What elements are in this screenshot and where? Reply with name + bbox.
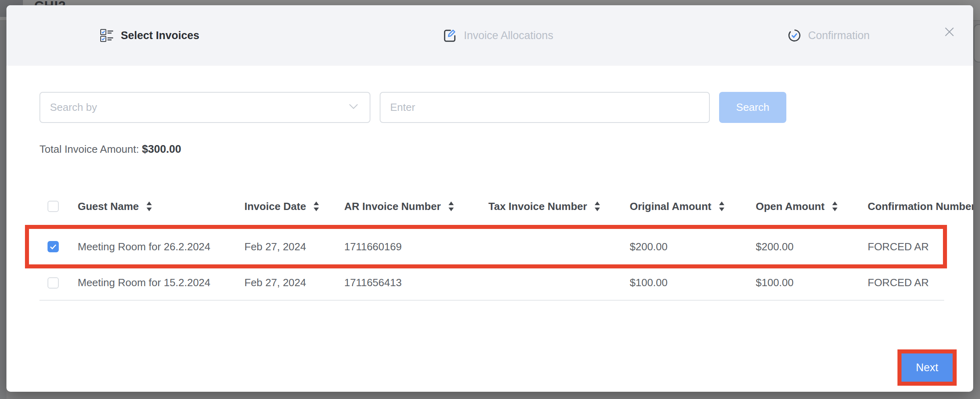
ar-invoice-number-cell: 1711656413 [344, 276, 488, 289]
ar-invoice-number-cell: 1711660169 [344, 241, 488, 253]
chevron-down-icon [349, 104, 358, 111]
row-checkbox-unchecked[interactable] [48, 277, 59, 289]
next-button[interactable]: Next [901, 353, 953, 382]
search-value-input[interactable] [380, 92, 710, 123]
search-button[interactable]: Search [719, 92, 786, 123]
search-row: Search by Search [39, 92, 786, 123]
open-amount-cell: $200.00 [756, 241, 868, 253]
column-header-invoice-date[interactable]: Invoice Date [244, 200, 344, 213]
guest-name-cell: Meeting Room for 26.2.2024 [78, 241, 244, 253]
confirmation-cell: FORCED AR [868, 276, 973, 289]
original-amount-cell: $100.00 [630, 276, 756, 289]
original-amount-cell: $200.00 [630, 241, 756, 253]
total-label: Total Invoice Amount: [39, 143, 139, 155]
sort-icon[interactable] [594, 202, 600, 211]
sort-icon[interactable] [832, 202, 838, 211]
table-row[interactable]: Meeting Room for 15.2.2024 Feb 27, 2024 … [39, 265, 973, 300]
total-value: $300.00 [142, 143, 181, 155]
step-select-invoices[interactable]: Select Invoices [100, 5, 199, 66]
open-amount-cell: $100.00 [756, 276, 868, 289]
select-invoices-modal: Select Invoices Invoice Allocations Conf… [6, 5, 973, 392]
edit-square-icon [442, 28, 457, 43]
column-header-ar-invoice-number[interactable]: AR Invoice Number [344, 200, 488, 213]
check-circle-icon [787, 28, 802, 43]
step-label: Confirmation [808, 29, 870, 42]
close-icon[interactable] [942, 25, 957, 39]
search-by-select[interactable]: Search by [39, 92, 370, 123]
column-header-original-amount[interactable]: Original Amount [630, 200, 756, 213]
total-invoice-amount: Total Invoice Amount: $300.00 [39, 143, 181, 156]
step-confirmation[interactable]: Confirmation [787, 5, 870, 66]
sort-icon[interactable] [719, 202, 725, 211]
column-header-guest-name[interactable]: Guest Name [78, 200, 244, 213]
next-button-highlight-box: Next [897, 349, 957, 386]
confirmation-cell: FORCED AR [868, 241, 973, 253]
table-row[interactable]: Meeting Room for 26.2.2024 Feb 27, 2024 … [39, 228, 973, 265]
guest-name-cell: Meeting Room for 15.2.2024 [78, 276, 244, 289]
sort-icon[interactable] [448, 202, 454, 211]
invoice-table-header: Guest Name Invoice Date AR Invoice Numbe… [39, 193, 973, 219]
step-invoice-allocations[interactable]: Invoice Allocations [442, 5, 553, 66]
invoice-date-cell: Feb 27, 2024 [244, 241, 344, 253]
search-by-placeholder: Search by [50, 101, 97, 114]
row-checkbox-checked[interactable] [48, 241, 59, 252]
row-divider [39, 300, 944, 301]
wizard-steps-header: Select Invoices Invoice Allocations Conf… [6, 5, 973, 66]
step-label: Select Invoices [121, 29, 199, 42]
select-all-checkbox[interactable] [48, 201, 59, 212]
invoice-date-cell: Feb 27, 2024 [244, 276, 344, 289]
checklist-icon [100, 28, 114, 43]
column-header-confirmation-number[interactable]: Confirmation Number [868, 200, 973, 213]
column-header-tax-invoice-number[interactable]: Tax Invoice Number [488, 200, 630, 213]
column-header-open-amount[interactable]: Open Amount [756, 200, 868, 213]
step-label: Invoice Allocations [464, 29, 553, 42]
sort-icon[interactable] [313, 202, 319, 211]
sort-icon[interactable] [146, 202, 152, 211]
